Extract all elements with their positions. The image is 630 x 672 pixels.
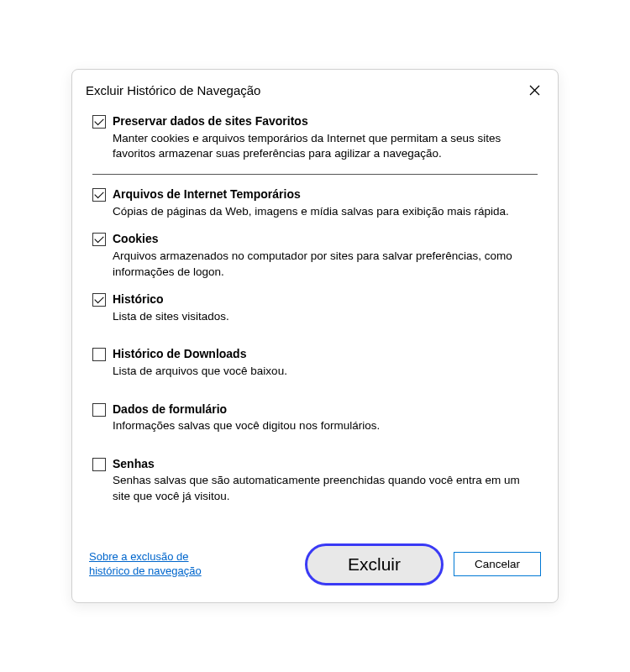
option-favorites: Preservar dados de sites Favoritos Mante… [92,113,538,162]
option-desc: Lista de sites visitados. [113,309,538,325]
checkbox-temp-files[interactable] [92,188,106,202]
option-desc: Cópias de páginas da Web, imagens e mídi… [113,204,538,220]
dialog-content: Preservar dados de sites Favoritos Mante… [72,107,558,529]
delete-button[interactable]: Excluir [305,543,444,585]
checkbox-favorites[interactable] [92,115,106,129]
option-label: Histórico [113,291,538,307]
checkbox-cookies[interactable] [92,233,106,246]
option-text: Arquivos de Internet Temporários Cópias … [113,186,538,219]
option-passwords: Senhas Senhas salvas que são automaticam… [92,456,538,505]
close-icon[interactable] [524,80,544,100]
option-form-data: Dados de formulário Informações salvas q… [92,402,538,434]
dialog-title: Excluir Histórico de Navegação [86,83,260,97]
checkbox-form-data[interactable] [92,403,106,417]
option-label: Histórico de Downloads [113,346,538,361]
option-history: Histórico Lista de sites visitados. [92,291,538,324]
option-text: Dados de formulário Informações salvas q… [113,402,538,434]
option-label: Preservar dados de sites Favoritos [113,113,538,129]
checkbox-passwords[interactable] [92,458,106,471]
option-downloads: Histórico de Downloads Lista de arquivos… [92,346,538,379]
option-label: Cookies [113,231,538,246]
cancel-button[interactable]: Cancelar [454,552,541,576]
option-text: Cookies Arquivos armazenados no computad… [113,231,538,280]
option-desc: Arquivos armazenados no computador por s… [113,249,538,281]
option-label: Arquivos de Internet Temporários [113,186,538,202]
delete-history-dialog: Excluir Histórico de Navegação Preservar… [71,69,559,602]
option-cookies: Cookies Arquivos armazenados no computad… [92,231,538,280]
option-text: Preservar dados de sites Favoritos Mante… [113,113,538,162]
option-label: Dados de formulário [113,402,538,417]
option-temp-files: Arquivos de Internet Temporários Cópias … [92,186,538,219]
titlebar: Excluir Histórico de Navegação [72,70,558,107]
option-desc: Manter cookies e arquivos temporários da… [113,131,538,163]
help-link[interactable]: Sobre a exclusão de histórico de navegaç… [89,550,207,579]
dialog-footer: Sobre a exclusão de histórico de navegaç… [72,530,558,602]
option-text: Histórico de Downloads Lista de arquivos… [113,346,538,379]
checkbox-downloads[interactable] [92,348,106,361]
option-text: Histórico Lista de sites visitados. [113,291,538,324]
option-desc: Senhas salvas que são automaticamente pr… [113,473,538,505]
option-desc: Lista de arquivos que você baixou. [113,364,538,380]
option-label: Senhas [113,456,538,471]
option-desc: Informações salvas que você digitou nos … [113,418,538,434]
divider [92,174,538,175]
checkbox-history[interactable] [92,293,106,307]
option-text: Senhas Senhas salvas que são automaticam… [113,456,538,505]
